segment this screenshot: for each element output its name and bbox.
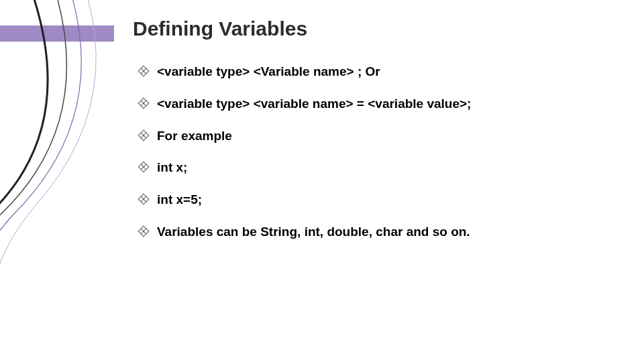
bullet-list: <variable type> <Variable name> ; Or <va… [140,64,609,256]
bullet-text: int x; [157,160,187,176]
list-item: int x=5; [140,192,609,208]
bullet-text: Variables can be String, int, double, ch… [157,224,470,240]
diamond-bullet-icon [138,66,150,77]
diamond-bullet-icon [138,194,150,205]
diamond-bullet-icon [138,162,150,173]
diamond-bullet-icon [138,225,150,237]
bullet-text: For example [157,128,232,144]
list-item: For example [140,128,609,144]
slide-title: Defining Variables [133,17,307,40]
list-item: <variable type> <Variable name> ; Or [140,64,609,80]
list-item: Variables can be String, int, double, ch… [140,224,609,240]
bullet-text: <variable type> <Variable name> ; Or [157,64,380,80]
bullet-text: int x=5; [157,192,202,208]
diamond-bullet-icon [138,97,150,109]
bullet-text: <variable type> <variable name> = <varia… [157,96,471,112]
accent-bar [0,25,114,42]
diamond-bullet-icon [138,129,150,141]
list-item: <variable type> <variable name> = <varia… [140,96,609,112]
list-item: int x; [140,160,609,176]
